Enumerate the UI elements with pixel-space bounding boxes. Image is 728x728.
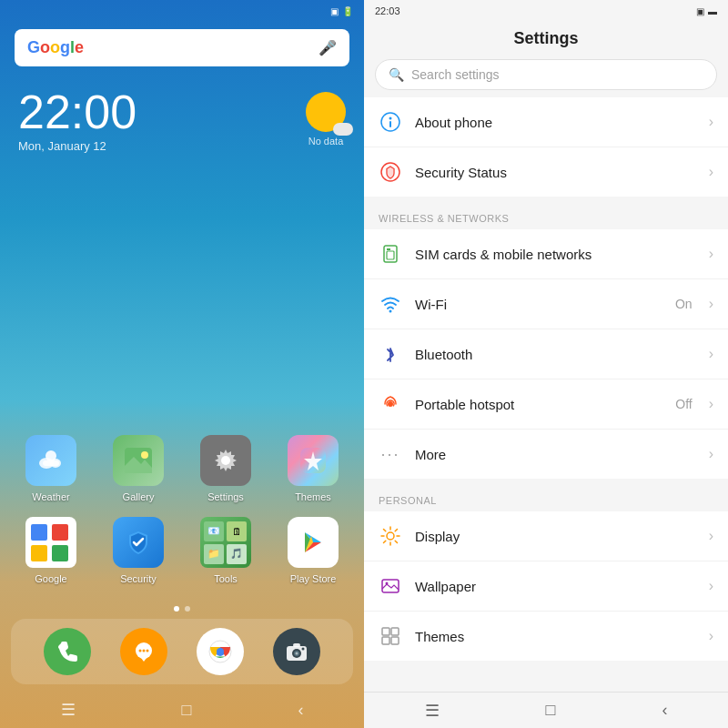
app-weather[interactable]: Weather: [15, 435, 87, 502]
app-icon-security: [113, 517, 164, 568]
status-icons-left: ▣ 🔋: [330, 6, 353, 16]
nav-bar-left: ☰ □ ‹: [0, 692, 364, 728]
svg-point-15: [139, 650, 142, 652]
app-label-google: Google: [35, 573, 66, 584]
settings-svg: [213, 448, 238, 473]
svg-rect-33: [387, 251, 394, 259]
mic-icon[interactable]: 🎤: [318, 39, 337, 56]
settings-item-themes[interactable]: Themes ›: [364, 612, 728, 661]
settings-item-hotspot[interactable]: Portable hotspot Off ›: [364, 379, 728, 430]
svg-rect-26: [293, 643, 300, 647]
clock-date: Mon, January 12: [18, 139, 136, 153]
nav-back-right[interactable]: ‹: [662, 701, 667, 720]
weather-svg: [37, 447, 65, 474]
settings-item-more[interactable]: ··· More ›: [364, 430, 728, 479]
settings-item-sim[interactable]: SIM cards & mobile networks ›: [364, 229, 728, 279]
settings-item-security-status[interactable]: Security Status ›: [364, 147, 728, 197]
dock-camera[interactable]: [273, 628, 320, 675]
settings-header: Settings: [364, 22, 728, 59]
screen-icon: ▣: [330, 6, 339, 16]
wifi-chevron: ›: [709, 296, 713, 312]
settings-item-wallpaper[interactable]: Wallpaper ›: [364, 561, 728, 612]
hotspot-chevron: ›: [709, 396, 713, 412]
app-label-tools: Tools: [214, 573, 238, 584]
app-icon-settings: [200, 435, 251, 486]
nav-menu-right[interactable]: ☰: [425, 701, 440, 721]
clock-widget: 22:00 Mon, January 12: [18, 88, 136, 153]
svg-point-36: [388, 401, 393, 407]
nav-home-icon[interactable]: □: [182, 701, 192, 720]
themes-settings-chevron: ›: [709, 628, 713, 644]
security-status-icon: [379, 160, 402, 184]
app-themes[interactable]: Themes: [277, 435, 349, 502]
hotspot-label: Portable hotspot: [415, 397, 662, 412]
settings-item-display[interactable]: Display ›: [364, 511, 728, 561]
google-search-bar[interactable]: Google 🎤: [15, 29, 349, 66]
more-chevron: ›: [709, 446, 713, 462]
status-bar-right: 22:03 ▣ ▬: [364, 0, 728, 22]
svg-point-27: [302, 648, 305, 651]
sim-chevron: ›: [709, 246, 713, 262]
battery-icon-right: ▬: [708, 6, 717, 16]
more-dots: ···: [380, 445, 399, 464]
app-playstore[interactable]: Play Store: [277, 517, 349, 584]
weather-icon: [306, 92, 346, 132]
app-grid: Weather Gallery Settings: [0, 362, 364, 599]
search-icon: 🔍: [389, 67, 404, 82]
app-label-weather: Weather: [32, 491, 69, 502]
bluetooth-label: Bluetooth: [415, 347, 696, 362]
app-label-themes: Themes: [295, 491, 331, 502]
nav-menu-icon[interactable]: ☰: [61, 700, 76, 720]
svg-point-29: [389, 117, 392, 120]
dock-messages[interactable]: [120, 628, 167, 675]
svg-rect-48: [382, 628, 389, 635]
app-icon-weather: [25, 435, 76, 486]
gallery-svg: [125, 448, 152, 473]
app-google[interactable]: Google: [15, 517, 87, 584]
app-icon-google: [25, 517, 76, 568]
clock-time: 22:00: [18, 88, 136, 136]
settings-content: About phone › Security Status › WIRELESS…: [364, 97, 728, 692]
svg-point-47: [386, 582, 389, 585]
dock-phone[interactable]: [44, 628, 91, 675]
about-chevron: ›: [709, 114, 713, 130]
home-screen: ▣ 🔋 Google 🎤 22:00 Mon, January 12 No da…: [0, 0, 364, 728]
dot-2: [185, 606, 190, 612]
settings-item-bluetooth[interactable]: Bluetooth ›: [364, 329, 728, 379]
svg-point-35: [389, 310, 392, 313]
app-icon-playstore: [288, 517, 339, 568]
camera-svg: [285, 640, 308, 663]
svg-point-17: [147, 650, 149, 652]
security-status-label: Security Status: [415, 165, 696, 180]
app-icon-themes: [288, 435, 339, 486]
app-icon-tools: 📧 🗓 📁 🎵: [200, 517, 251, 568]
dock-chrome[interactable]: [197, 628, 244, 675]
svg-point-6: [141, 451, 148, 459]
app-gallery[interactable]: Gallery: [102, 435, 175, 502]
hotspot-value: Off: [675, 397, 692, 411]
app-label-gallery: Gallery: [123, 491, 155, 502]
settings-item-about[interactable]: About phone ›: [364, 97, 728, 147]
security-status-chevron: ›: [709, 164, 713, 180]
svg-rect-34: [387, 248, 390, 250]
display-label: Display: [415, 529, 696, 544]
nav-home-right[interactable]: □: [546, 701, 556, 720]
wallpaper-chevron: ›: [709, 578, 713, 594]
wallpaper-icon: [379, 574, 402, 598]
settings-search-bar[interactable]: 🔍 Search settings: [375, 59, 717, 90]
svg-point-21: [217, 648, 224, 655]
messages-svg: [132, 640, 156, 663]
screen-icon-right: ▣: [696, 6, 704, 16]
nav-back-icon[interactable]: ‹: [298, 701, 303, 720]
app-tools[interactable]: 📧 🗓 📁 🎵 Tools: [189, 517, 262, 584]
status-bar-left: ▣ 🔋: [0, 0, 364, 22]
about-label: About phone: [415, 115, 696, 130]
security-svg: [126, 530, 151, 555]
settings-item-wifi[interactable]: Wi-Fi On ›: [364, 279, 728, 329]
wifi-value: On: [675, 297, 693, 311]
app-security[interactable]: Security: [102, 517, 175, 584]
sim-icon: [379, 242, 402, 266]
chrome-svg: [207, 639, 233, 664]
app-settings[interactable]: Settings: [189, 435, 262, 502]
svg-rect-30: [389, 121, 391, 127]
